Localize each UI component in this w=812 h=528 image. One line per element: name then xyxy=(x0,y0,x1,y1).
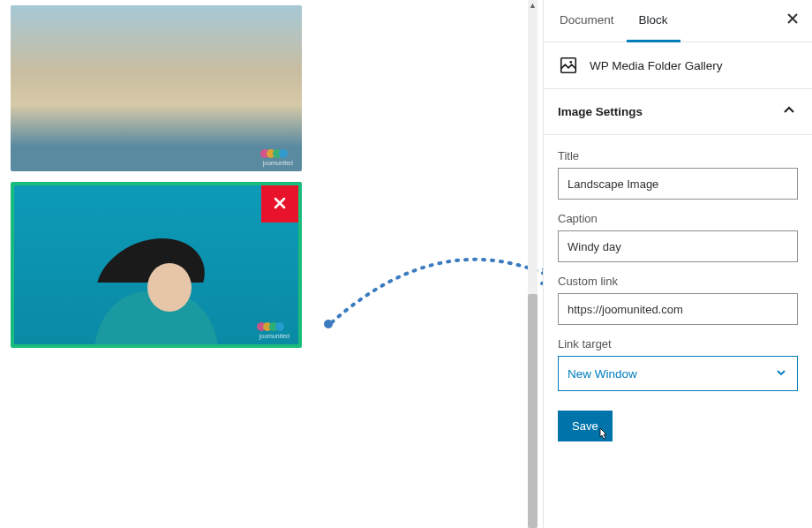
svg-rect-1 xyxy=(561,58,576,73)
select-value: New Window xyxy=(568,367,637,381)
remove-image-button[interactable] xyxy=(261,185,298,223)
watermark: joomunited xyxy=(263,149,293,166)
chevron-down-icon xyxy=(774,366,788,382)
panel-title: Image Settings xyxy=(558,105,643,118)
close-sidebar-button[interactable] xyxy=(777,5,808,37)
tab-block[interactable]: Block xyxy=(627,0,680,42)
custom-link-label: Custom link xyxy=(558,275,798,288)
save-button[interactable]: Save xyxy=(558,411,613,441)
close-icon xyxy=(786,11,800,30)
link-target-select[interactable]: New Window xyxy=(558,356,798,391)
title-input[interactable] xyxy=(558,168,798,200)
scroll-up-arrow[interactable]: ▲ xyxy=(528,0,538,11)
sidebar-tabs: Document Block xyxy=(544,0,812,42)
panel-image-settings-body: Title Caption Custom link Link target Ne… xyxy=(544,135,812,456)
block-title: WP Media Folder Gallery xyxy=(590,59,723,72)
panel-image-settings-toggle[interactable]: Image Settings xyxy=(544,89,812,135)
custom-link-input[interactable] xyxy=(558,293,798,325)
gallery-image-1[interactable]: joomunited xyxy=(11,5,302,171)
watermark: joomunited xyxy=(259,322,289,339)
svg-point-2 xyxy=(569,61,572,64)
gallery-image-2[interactable]: joomunited xyxy=(11,182,302,348)
scrollbar-thumb[interactable] xyxy=(528,294,538,528)
chevron-up-icon xyxy=(780,102,798,122)
image-thumbnail: joomunited xyxy=(14,185,298,344)
inspector-sidebar: Document Block WP Media Folder Gallery I… xyxy=(543,0,812,528)
close-icon xyxy=(273,194,287,215)
cursor-pointer-icon xyxy=(595,426,609,447)
editor-scrollbar[interactable]: ▲ xyxy=(528,0,538,528)
gallery-block-icon xyxy=(558,55,579,76)
caption-input[interactable] xyxy=(558,230,798,262)
tab-document[interactable]: Document xyxy=(547,0,627,42)
editor-canvas: joomunited joomunited xyxy=(0,0,537,528)
link-target-label: Link target xyxy=(558,337,798,351)
title-label: Title xyxy=(558,149,798,162)
block-card: WP Media Folder Gallery xyxy=(544,42,812,89)
image-thumbnail: joomunited xyxy=(11,5,302,171)
caption-label: Caption xyxy=(558,212,798,225)
